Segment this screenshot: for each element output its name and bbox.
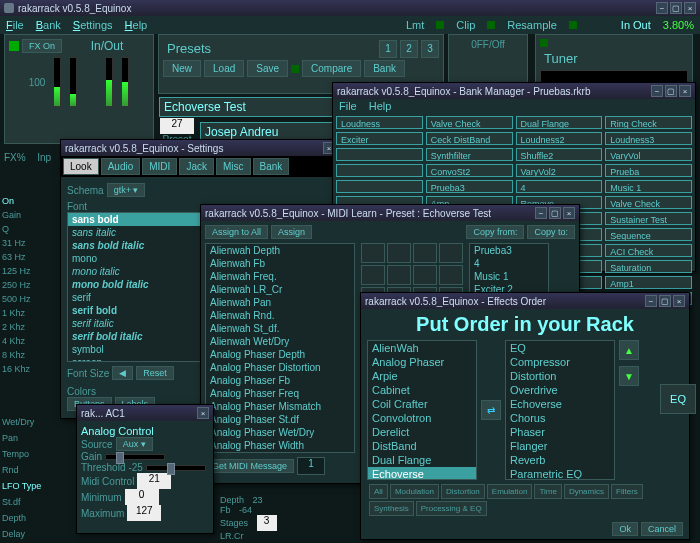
param-item[interactable]: Alienwah Pan (206, 296, 354, 309)
menu-file[interactable]: File (6, 19, 24, 31)
rack-effect[interactable]: Compressor (506, 355, 614, 369)
bankmgr-file[interactable]: File (339, 100, 357, 112)
font-option[interactable]: mono bold italic (68, 278, 206, 291)
bank-slot[interactable]: ConvoSt2 (426, 164, 513, 177)
bank-slot[interactable]: Prueba3 (426, 180, 513, 193)
rack-effect[interactable]: Parametric EQ (506, 467, 614, 480)
param-item[interactable]: Alienwah Wet/Dry (206, 335, 354, 348)
preset-bank[interactable]: Bank (364, 60, 405, 77)
order-cancel[interactable]: Cancel (641, 522, 683, 536)
menu-settings[interactable]: Settings (73, 19, 113, 31)
available-effect[interactable]: Derelict (368, 425, 476, 439)
bank-slot[interactable]: Exciter (336, 132, 423, 145)
page-1[interactable]: 1 (379, 40, 397, 58)
max-field[interactable]: 127 (127, 505, 161, 521)
category-button[interactable]: Filters (611, 484, 643, 499)
threshold-slider[interactable] (146, 465, 206, 471)
preset-load[interactable]: Load (204, 60, 244, 77)
font-list[interactable]: sans boldsans italicsans bold italicmono… (67, 212, 207, 362)
available-effect[interactable]: Convolotron (368, 411, 476, 425)
order-min[interactable]: − (645, 295, 657, 307)
param-item[interactable]: Alienwah Freq. (206, 270, 354, 283)
order-list-rack[interactable]: EQCompressorDistortionOverdriveEchoverse… (505, 340, 615, 480)
category-button[interactable]: All (369, 484, 388, 499)
bank-slot[interactable]: Amp1 (605, 276, 692, 289)
preset-new[interactable]: New (163, 60, 201, 77)
category-button[interactable]: Processing & EQ (416, 501, 487, 516)
order-close[interactable]: × (673, 295, 685, 307)
min-button[interactable]: − (656, 2, 668, 14)
bank-slot[interactable]: Valve Check (426, 116, 513, 129)
available-effect[interactable]: Cabinet (368, 383, 476, 397)
tab-misc[interactable]: Misc (216, 158, 251, 175)
max-button[interactable]: ▢ (670, 2, 682, 14)
category-button[interactable]: Distortion (441, 484, 485, 499)
tab-look[interactable]: Look (63, 158, 99, 175)
menu-help[interactable]: Help (125, 19, 148, 31)
menu-bank[interactable]: Bank (36, 19, 61, 31)
param-item[interactable]: Arpie Arpe's (206, 452, 354, 453)
font-option[interactable]: serif bold (68, 304, 206, 317)
param-item[interactable]: Analog Phaser Distortion (206, 361, 354, 374)
param-item[interactable]: Alienwah Rnd. (206, 309, 354, 322)
preset-compare[interactable]: Compare (302, 60, 361, 77)
available-effect[interactable]: Arpie (368, 369, 476, 383)
tab-audio[interactable]: Audio (101, 158, 141, 175)
font-option[interactable]: sans italic (68, 226, 206, 239)
bank-slot[interactable]: 4 (516, 180, 603, 193)
source-select[interactable]: Aux ▾ (116, 437, 153, 451)
bank-slot[interactable]: Valve Check (605, 196, 692, 209)
min-field[interactable]: 0 (125, 489, 159, 505)
bank-slot[interactable] (336, 180, 423, 193)
available-effect[interactable]: AlienWah (368, 341, 476, 355)
bank-slot[interactable]: VaryVol (605, 148, 692, 161)
move-up-icon[interactable]: ▲ (619, 340, 639, 360)
available-effect[interactable]: Coil Crafter (368, 397, 476, 411)
midi-max[interactable]: ▢ (549, 207, 561, 219)
reset-button[interactable]: Reset (136, 366, 174, 380)
page-2[interactable]: 2 (400, 40, 418, 58)
param-item[interactable]: Alienwah LR_Cr (206, 283, 354, 296)
font-option[interactable]: sans bold (68, 213, 206, 226)
bank-slot[interactable]: Saturation (605, 260, 692, 273)
rack-effect[interactable]: Distortion (506, 369, 614, 383)
move-down-icon[interactable]: ▼ (619, 366, 639, 386)
param-list[interactable]: Alienwah DepthAlienwah FbAlienwah Freq.A… (205, 243, 355, 453)
font-option[interactable]: symbol (68, 343, 206, 356)
available-effect[interactable]: Dual Flange (368, 453, 476, 467)
param-item[interactable]: Analog Phaser Fb (206, 374, 354, 387)
param-item[interactable]: Alienwah Depth (206, 244, 354, 257)
order-ok[interactable]: Ok (612, 522, 638, 536)
param-item[interactable]: Analog Phaser Wet/Dry (206, 426, 354, 439)
fontsize-down[interactable]: ◀ (112, 366, 133, 380)
bank-slot[interactable]: Loudness2 (516, 132, 603, 145)
bankmgr-min[interactable]: − (651, 85, 663, 97)
aci-close[interactable]: × (197, 407, 209, 419)
midi-close[interactable]: × (563, 207, 575, 219)
preset-item[interactable]: 4 (470, 257, 548, 270)
bank-slot[interactable]: Ceck DistBand (426, 132, 513, 145)
fx-on-button[interactable]: FX On (22, 39, 62, 53)
rack-effect[interactable]: Echoverse (506, 397, 614, 411)
bankmgr-max[interactable]: ▢ (665, 85, 677, 97)
in-out-label[interactable]: In Out (621, 19, 651, 31)
bank-slot[interactable]: Loudness3 (605, 132, 692, 145)
rack-effect[interactable]: Overdrive (506, 383, 614, 397)
category-button[interactable]: Synthesis (369, 501, 414, 516)
font-option[interactable]: sans bold italic (68, 239, 206, 252)
bank-slot[interactable]: Shuffle2 (516, 148, 603, 161)
rack-effect[interactable]: Reverb (506, 453, 614, 467)
bank-slot[interactable]: Synthfilter (426, 148, 513, 161)
preset-item[interactable]: Music 1 (470, 270, 548, 283)
page-3[interactable]: 3 (421, 40, 439, 58)
get-midi-button[interactable]: Get MIDI Message (205, 459, 294, 473)
bank-slot[interactable]: Loudness (336, 116, 423, 129)
schema-select[interactable]: gtk+ ▾ (107, 183, 146, 197)
assign-all-button[interactable]: Assign to All (205, 225, 268, 239)
param-item[interactable]: Analog Phaser St.df (206, 413, 354, 426)
preset-save[interactable]: Save (247, 60, 288, 77)
order-list-available[interactable]: AlienWahAnalog PhaserArpieCabinetCoil Cr… (367, 340, 477, 480)
midi-control-field[interactable]: 21 (137, 473, 171, 489)
bank-slot[interactable]: Prueba (605, 164, 692, 177)
rack-effect[interactable]: Phaser (506, 425, 614, 439)
